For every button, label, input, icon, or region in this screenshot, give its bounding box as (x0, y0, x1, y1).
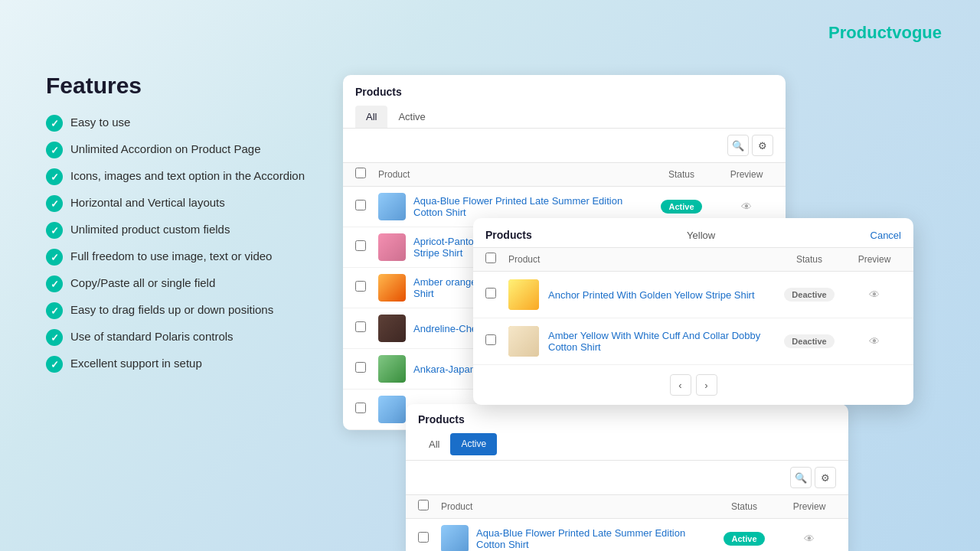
product-name-link[interactable]: Aqua-Blue Flower Printed Late Summer Edi… (413, 195, 643, 218)
product-thumbnail (378, 396, 406, 423)
modal-title: Products (485, 229, 532, 241)
bottom-row-checkbox[interactable] (418, 532, 429, 543)
modal-col-status: Status (771, 254, 848, 265)
check-icon-1 (46, 115, 63, 132)
main-col-headers: Product Status Preview (343, 163, 786, 187)
bottom-tabs: All Active (418, 433, 836, 460)
modal-product-name-link[interactable]: Anchor Printed With Golden Yellow Stripe… (548, 289, 771, 301)
row-checkbox[interactable] (355, 403, 366, 413)
bottom-col-product: Product (441, 501, 706, 512)
bottom-col-preview: Preview (782, 501, 836, 512)
feature-item-10: Excellent support in setup (46, 355, 337, 373)
product-thumbnail (378, 355, 406, 383)
main-toolbar: 🔍 ⚙ (343, 129, 786, 163)
check-icon-3 (46, 168, 63, 185)
modal-header: Products Yellow Cancel (473, 218, 913, 248)
modal-status-badge: Deactive (771, 334, 848, 348)
bottom-toolbar: 🔍 ⚙ (406, 461, 848, 495)
modal-col-preview: Preview (848, 254, 901, 265)
col-header-status: Status (643, 169, 720, 180)
row-checkbox[interactable] (355, 240, 366, 251)
feature-text-1: Easy to use (70, 114, 130, 130)
bottom-filter-button[interactable]: ⚙ (815, 467, 836, 488)
eye-icon[interactable]: 👁 (869, 335, 880, 347)
check-icon-7 (46, 276, 63, 292)
bottom-product-thumbnail (441, 525, 469, 551)
features-section: Features Easy to use Unlimited Accordion… (46, 73, 337, 382)
row-checkbox[interactable] (355, 362, 366, 373)
logo: Productvogue (828, 23, 942, 43)
modal-panel: Products Yellow Cancel Product Status Pr… (473, 218, 913, 405)
badge-deactive: Deactive (784, 334, 834, 348)
modal-status-badge: Deactive (771, 288, 848, 302)
bottom-status-badge: Active (706, 532, 782, 546)
badge-active: Active (724, 532, 764, 546)
bottom-tab-all[interactable]: All (418, 433, 450, 455)
modal-row-checkbox[interactable] (485, 288, 496, 298)
bottom-products-panel: Products All Active 🔍 ⚙ Product Status P… (406, 404, 848, 551)
modal-search-label: Yellow (687, 230, 715, 241)
main-panel-title: Products (355, 86, 773, 98)
check-icon-4 (46, 195, 63, 212)
next-page-button[interactable]: › (696, 374, 717, 396)
eye-icon[interactable]: 👁 (869, 289, 880, 301)
cancel-button[interactable]: Cancel (871, 230, 901, 241)
row-checkbox[interactable] (355, 200, 366, 210)
modal-product-thumbnail (508, 326, 539, 357)
feature-text-3: Icons, images and text option in the Acc… (70, 168, 305, 184)
modal-row-checkbox[interactable] (485, 334, 496, 345)
bottom-search-button[interactable]: 🔍 (790, 467, 812, 488)
product-thumbnail (378, 233, 406, 261)
feature-item-9: Use of standard Polaris controls (46, 328, 337, 346)
row-checkbox[interactable] (355, 281, 366, 292)
modal-product-name-link[interactable]: Amber Yellow With White Cuff And Collar … (548, 330, 771, 353)
bottom-panel-title: Products (418, 413, 836, 425)
logo-part1: Product (828, 23, 892, 42)
feature-text-10: Excellent support in setup (70, 355, 202, 371)
select-all-checkbox[interactable] (355, 168, 366, 178)
status-badge: Active (643, 200, 720, 214)
filter-button[interactable]: ⚙ (752, 135, 773, 156)
tab-all[interactable]: All (355, 106, 387, 128)
feature-item-5: Unlimited product custom fields (46, 221, 337, 239)
modal-table-row: Amber Yellow With White Cuff And Collar … (473, 318, 913, 365)
pagination: ‹ › (473, 365, 913, 405)
badge-active: Active (661, 200, 701, 214)
search-button[interactable]: 🔍 (727, 135, 749, 156)
feature-item-3: Icons, images and text option in the Acc… (46, 168, 337, 185)
main-panel-header: Products All Active (343, 75, 786, 129)
feature-item-1: Easy to use (46, 114, 337, 132)
modal-col-product: Product (508, 254, 771, 265)
feature-item-8: Easy to drag fields up or down positions (46, 302, 337, 319)
feature-text-7: Copy/Paste all or single field (70, 275, 215, 291)
feature-text-4: Horizontal and Vertical layouts (70, 194, 225, 210)
product-thumbnail (378, 315, 406, 342)
modal-col-headers: Product Status Preview (473, 248, 913, 272)
bottom-table-row: Aqua-Blue Flower Printed Late Summer Edi… (406, 519, 848, 551)
check-icon-2 (46, 142, 63, 158)
feature-text-2: Unlimited Accordion on Product Page (70, 141, 260, 157)
check-icon-5 (46, 222, 63, 239)
main-tabs: All Active (355, 106, 773, 128)
bottom-search-filter: 🔍 ⚙ (790, 467, 836, 488)
bottom-select-all[interactable] (418, 500, 429, 510)
features-title: Features (46, 73, 337, 99)
bottom-product-name-link[interactable]: Aqua-Blue Flower Printed Late Summer Edi… (476, 527, 706, 550)
feature-item-4: Horizontal and Vertical layouts (46, 194, 337, 212)
bottom-tab-active[interactable]: Active (450, 433, 497, 455)
modal-select-all[interactable] (485, 253, 496, 263)
check-icon-6 (46, 249, 63, 266)
eye-icon[interactable]: 👁 (804, 533, 815, 545)
product-thumbnail (378, 193, 406, 220)
logo-part2: vogue (892, 23, 942, 42)
bottom-col-status: Status (706, 501, 782, 512)
tab-active[interactable]: Active (387, 106, 436, 128)
modal-table-row: Anchor Printed With Golden Yellow Stripe… (473, 272, 913, 318)
eye-icon[interactable]: 👁 (741, 201, 752, 213)
prev-page-button[interactable]: ‹ (670, 374, 691, 396)
product-thumbnail (378, 274, 406, 302)
row-checkbox[interactable] (355, 321, 366, 332)
feature-text-8: Easy to drag fields up or down positions (70, 302, 273, 318)
feature-text-9: Use of standard Polaris controls (70, 328, 234, 344)
feature-item-6: Full freedom to use image, text or video (46, 248, 337, 266)
